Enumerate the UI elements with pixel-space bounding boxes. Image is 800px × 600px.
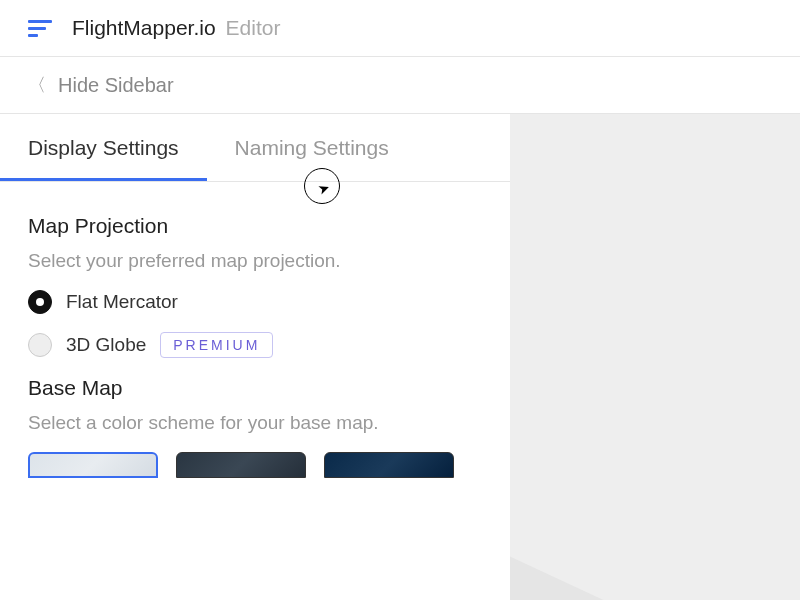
hide-sidebar-label: Hide Sidebar xyxy=(58,74,174,97)
base-map-title: Base Map xyxy=(28,376,482,400)
premium-badge: PREMIUM xyxy=(160,332,273,358)
map-preview[interactable] xyxy=(510,114,800,600)
sidebar: Display Settings Naming Settings Map Pro… xyxy=(0,114,510,600)
menu-icon[interactable] xyxy=(28,20,52,37)
display-settings-panel: Map Projection Select your preferred map… xyxy=(0,182,510,502)
hide-sidebar-button[interactable]: 〈 Hide Sidebar xyxy=(0,57,800,114)
projection-option-flat-mercator[interactable]: Flat Mercator xyxy=(28,290,482,314)
base-map-desc: Select a color scheme for your base map. xyxy=(28,412,482,434)
map-projection-title: Map Projection xyxy=(28,214,482,238)
base-map-option-dark-grey[interactable] xyxy=(176,452,306,478)
map-projection-desc: Select your preferred map projection. xyxy=(28,250,482,272)
base-map-option-dark-blue[interactable] xyxy=(324,452,454,478)
projection-option-3d-globe[interactable]: 3D Globe PREMIUM xyxy=(28,332,482,358)
radio-label: 3D Globe xyxy=(66,334,146,356)
app-mode: Editor xyxy=(226,16,281,40)
base-map-option-light[interactable] xyxy=(28,452,158,478)
radio-label: Flat Mercator xyxy=(66,291,178,313)
radio-icon xyxy=(28,290,52,314)
app-header: FlightMapper.io Editor xyxy=(0,0,800,57)
tab-display-settings[interactable]: Display Settings xyxy=(0,114,207,181)
main-content: Display Settings Naming Settings Map Pro… xyxy=(0,114,800,600)
app-title: FlightMapper.io xyxy=(72,16,216,40)
tab-naming-settings[interactable]: Naming Settings xyxy=(207,114,417,181)
tabs: Display Settings Naming Settings xyxy=(0,114,510,182)
radio-icon xyxy=(28,333,52,357)
chevron-left-icon: 〈 xyxy=(28,73,46,97)
base-map-options xyxy=(28,452,482,478)
